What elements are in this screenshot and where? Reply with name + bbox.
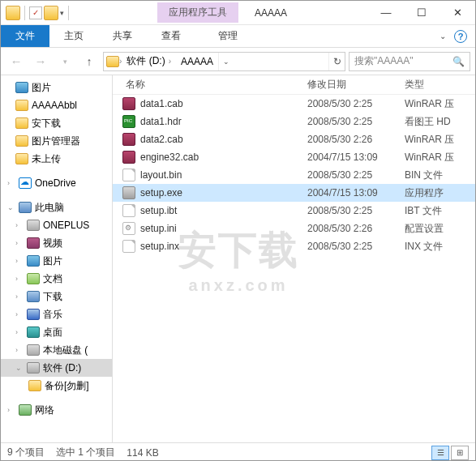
file-type: IBT 文件 (405, 204, 475, 218)
onedrive-icon (19, 177, 32, 189)
file-date: 2008/5/30 2:26 (307, 134, 405, 145)
file-row[interactable]: data2.cab2008/5/30 2:26WinRAR 压 (113, 130, 475, 148)
file-row[interactable]: engine32.cab2004/7/15 13:09WinRAR 压 (113, 148, 475, 166)
address-bar[interactable]: › 软件 (D:)› AAAAA ⌄ ↻ (103, 52, 345, 71)
breadcrumb-label: AAAAA (181, 56, 213, 67)
up-button[interactable]: ↑ (79, 51, 100, 72)
forward-button[interactable]: → (30, 51, 51, 72)
tree-label: 图片管理器 (32, 134, 80, 148)
breadcrumb-folder[interactable]: AAAAA (176, 53, 218, 70)
tree-label: 安下载 (32, 117, 61, 130)
tree-node-music[interactable]: ›音乐 (1, 305, 112, 323)
main-body: 图片 AAAAAbbl 安下载 图片管理器 未上传 ›OneDrive ⌄此电脑… (1, 75, 475, 442)
tree-node-thispc[interactable]: ⌄此电脑 (1, 198, 112, 216)
file-list-area: 名称 修改日期 类型 安下载 anxz.com data1.cab2008/5/… (113, 75, 475, 442)
file-list[interactable]: 安下载 anxz.com data1.cab2008/5/30 2:25WinR… (113, 95, 475, 442)
tree-label: 音乐 (43, 308, 62, 322)
search-input[interactable]: 搜索"AAAAA" 🔍 (349, 52, 470, 71)
close-button[interactable]: ✕ (440, 2, 475, 24)
folder-icon (15, 117, 28, 129)
tree-node-desktop[interactable]: ›桌面 (1, 323, 112, 341)
view-switcher: ☰ ⊞ (431, 446, 469, 460)
status-selected: 选中 1 个项目 (56, 446, 115, 459)
file-name: setup.inx (140, 241, 307, 252)
qat-dropdown[interactable]: ▾ (60, 9, 64, 17)
tree-label: 本地磁盘 ( (43, 344, 88, 357)
file-row[interactable]: setup.exe2004/7/15 13:09应用程序 (113, 184, 475, 202)
file-row[interactable]: data1.hdr2008/5/30 2:25看图王 HD (113, 113, 475, 130)
tab-share[interactable]: 共享 (98, 25, 147, 47)
drive-icon (27, 362, 40, 373)
file-type: WinRAR 压 (405, 97, 475, 111)
tab-file[interactable]: 文件 (1, 25, 49, 47)
tree-node-folder[interactable]: 图片管理器 (1, 132, 112, 150)
file-icon (122, 222, 135, 235)
tree-node-folder[interactable]: 安下载 (1, 114, 112, 132)
back-button[interactable]: ← (6, 51, 27, 72)
column-type[interactable]: 类型 (397, 78, 475, 92)
folder-icon (15, 100, 28, 111)
tree-node-device[interactable]: ›ONEPLUS (1, 216, 112, 234)
ribbon-tabs: 文件 主页 共享 查看 管理 ⌄ ? (1, 25, 475, 48)
tab-view[interactable]: 查看 (147, 25, 195, 47)
breadcrumb-drive[interactable]: 软件 (D:)› (122, 53, 176, 70)
file-row[interactable]: setup.inx2008/5/30 2:25INX 文件 (113, 237, 475, 255)
tree-node-folder[interactable]: AAAAAbbl (1, 96, 112, 114)
pc-icon (19, 202, 32, 213)
tree-node-folder[interactable]: 未上传 (1, 150, 112, 168)
file-name: setup.ini (140, 223, 307, 234)
address-dropdown[interactable]: ⌄ (218, 53, 233, 70)
tree-node-pictures[interactable]: ›图片 (1, 252, 112, 270)
details-view-button[interactable]: ☰ (431, 446, 449, 460)
column-name[interactable]: 名称 (113, 78, 299, 92)
file-row[interactable]: layout.bin2008/5/30 2:25BIN 文件 (113, 166, 475, 184)
file-name: setup.ibt (140, 205, 307, 216)
desktop-icon (27, 327, 40, 338)
minimize-button[interactable]: — (368, 2, 404, 24)
new-folder-button[interactable] (44, 6, 58, 20)
contextual-tab-header: 应用程序工具 (157, 2, 238, 23)
tree-node-localdisk[interactable]: ›本地磁盘 ( (1, 341, 112, 359)
navigation-tree[interactable]: 图片 AAAAAbbl 安下载 图片管理器 未上传 ›OneDrive ⌄此电脑… (1, 75, 113, 442)
collapse-icon[interactable]: ⌄ (15, 364, 24, 372)
file-icon (122, 151, 135, 164)
tab-manage[interactable]: 管理 (204, 29, 252, 43)
file-row[interactable]: setup.ini2008/5/30 2:26配置设置 (113, 220, 475, 237)
maximize-button[interactable]: ☐ (404, 2, 440, 24)
tree-node-network[interactable]: ›网络 (1, 401, 112, 419)
tree-node-video[interactable]: ›视频 (1, 234, 112, 252)
file-row[interactable]: data1.cab2008/5/30 2:25WinRAR 压 (113, 95, 475, 113)
folder-icon (15, 135, 28, 147)
icons-view-button[interactable]: ⊞ (451, 446, 469, 460)
folder-icon (15, 153, 28, 164)
tree-node-documents[interactable]: ›文档 (1, 270, 112, 288)
device-icon (27, 220, 40, 231)
tree-node-softwaredisk[interactable]: ⌄软件 (D:) (1, 359, 112, 377)
file-icon (122, 133, 135, 146)
folder-icon (28, 380, 41, 391)
tree-node-downloads[interactable]: ›下载 (1, 288, 112, 305)
tree-label: 文档 (43, 272, 62, 286)
folder-icon[interactable] (6, 6, 20, 20)
tree-node-backup[interactable]: 备份[勿删] (1, 377, 112, 395)
recent-dropdown[interactable]: ▾ (54, 51, 75, 72)
collapse-icon[interactable]: ⌄ (7, 203, 15, 211)
expand-icon[interactable]: › (7, 179, 15, 187)
column-date[interactable]: 修改日期 (299, 78, 397, 92)
tree-node-pictures[interactable]: 图片 (1, 79, 112, 96)
file-name: data2.cab (140, 134, 307, 145)
tree-node-onedrive[interactable]: ›OneDrive (1, 174, 112, 192)
help-button[interactable]: ? (454, 30, 467, 43)
file-type: WinRAR 压 (405, 151, 475, 164)
tree-label: OneDrive (35, 177, 76, 189)
properties-button[interactable]: ✓ (29, 6, 42, 19)
drive-icon (27, 344, 40, 356)
ribbon-collapse-button[interactable]: ⌄ (440, 32, 446, 41)
refresh-button[interactable]: ↻ (328, 53, 345, 70)
file-type: 配置设置 (405, 222, 475, 236)
ribbon-right: ⌄ ? (440, 30, 475, 43)
separator (24, 6, 25, 20)
file-row[interactable]: setup.ibt2008/5/30 2:25IBT 文件 (113, 202, 475, 220)
tab-home[interactable]: 主页 (49, 25, 98, 47)
tree-label: 图片 (32, 81, 51, 95)
